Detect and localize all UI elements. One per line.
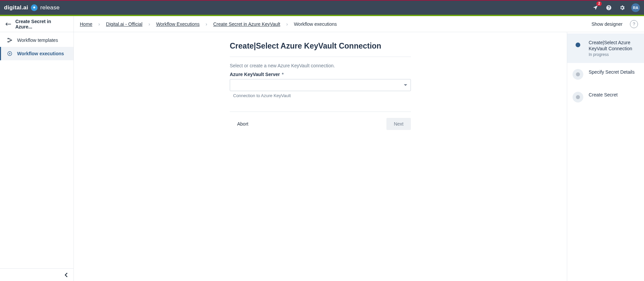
abort-button[interactable]: Abort (230, 118, 256, 130)
steps-panel: Create|Select Azure KeyVault Connection … (567, 32, 644, 281)
svg-point-1 (8, 41, 9, 42)
step-create-select-connection[interactable]: Create|Select Azure KeyVault Connection … (567, 33, 644, 63)
dot-icon (576, 72, 580, 76)
step-create-secret[interactable]: Create Secret (567, 86, 644, 109)
sidebar-item-label: Workflow templates (17, 38, 58, 43)
chevron-right-icon: › (149, 21, 150, 27)
templates-icon (7, 38, 12, 43)
dot-icon (576, 43, 580, 47)
step-title: Create|Select Azure KeyVault Connection (589, 40, 638, 52)
product-name: release (40, 4, 60, 11)
left-sidebar: Create Secret in Azure... Workflow templ… (0, 16, 74, 281)
step-specify-secret-details[interactable]: Specify Secret Details (567, 63, 644, 86)
step-indicator (573, 92, 583, 102)
step-title: Create Secret (589, 92, 618, 98)
top-header: digital.ai release 2 RA (0, 0, 644, 15)
breadcrumb-folder[interactable]: Digital.ai - Official (106, 21, 143, 27)
required-marker: * (280, 72, 283, 77)
help-icon[interactable] (604, 3, 613, 12)
sidebar-nav: Workflow templates Workflow executions (0, 32, 73, 268)
main-panel: Home › Digital.ai - Official › Workflow … (74, 16, 644, 281)
page-title: Create|Select Azure KeyVault Connection (230, 42, 411, 51)
executions-icon (7, 51, 12, 56)
form-area: Create|Select Azure KeyVault Connection … (74, 32, 567, 281)
breadcrumb-row: Home › Digital.ai - Official › Workflow … (74, 16, 644, 32)
sidebar-item-workflow-executions[interactable]: Workflow executions (0, 47, 73, 60)
brand-name: digital.ai (4, 4, 28, 11)
step-indicator (573, 40, 583, 50)
show-designer-button[interactable]: Show designer (591, 21, 623, 27)
next-button[interactable]: Next (386, 118, 411, 130)
sidebar-collapse-button[interactable] (0, 268, 73, 281)
sidebar-back-title: Create Secret in Azure... (15, 19, 68, 29)
avatar[interactable]: RA (631, 3, 640, 12)
dot-icon (576, 95, 580, 99)
notification-badge: 2 (596, 1, 602, 6)
settings-icon[interactable] (618, 3, 627, 12)
breadcrumb-executions[interactable]: Workflow Executions (156, 21, 200, 27)
breadcrumb: Home › Digital.ai - Official › Workflow … (80, 21, 337, 27)
chevron-right-icon: › (206, 21, 207, 27)
sidebar-item-label: Workflow executions (17, 51, 64, 56)
field-hint: Connection to Azure KeyVault (230, 93, 411, 98)
step-indicator (573, 69, 583, 80)
chevron-left-icon (64, 273, 69, 277)
step-status: In progress (589, 52, 638, 57)
step-title: Specify Secret Details (589, 69, 635, 75)
back-arrow-icon (5, 22, 11, 26)
release-icon (31, 4, 38, 11)
field-label: Azure KeyVault Server * (230, 72, 411, 77)
chevron-right-icon: › (98, 21, 100, 27)
context-help-icon[interactable]: ? (630, 20, 638, 28)
breadcrumb-home[interactable]: Home (80, 21, 92, 27)
sidebar-item-workflow-templates[interactable]: Workflow templates (0, 33, 73, 47)
breadcrumb-right: Show designer ? (591, 20, 638, 28)
svg-point-2 (11, 40, 12, 41)
notifications-icon[interactable]: 2 (591, 3, 600, 12)
azure-keyvault-server-select[interactable] (230, 79, 411, 91)
topbar-tools: 2 RA (591, 3, 640, 12)
brand-logo-text: digital.ai (4, 4, 28, 11)
brand: digital.ai release (4, 4, 60, 11)
chevron-right-icon: › (286, 21, 288, 27)
breadcrumb-current: Workflow executions (294, 21, 337, 27)
breadcrumb-workflow[interactable]: Create Secret in Azure KeyVault (213, 21, 280, 27)
divider (230, 57, 411, 57)
form-actions: Abort Next (230, 112, 411, 130)
field-label-text: Azure KeyVault Server (230, 72, 280, 77)
sidebar-back-button[interactable]: Create Secret in Azure... (0, 16, 73, 32)
svg-point-0 (8, 38, 9, 39)
form-description: Select or create a new Azure KeyVault co… (230, 63, 411, 68)
caret-down-icon (404, 84, 407, 86)
